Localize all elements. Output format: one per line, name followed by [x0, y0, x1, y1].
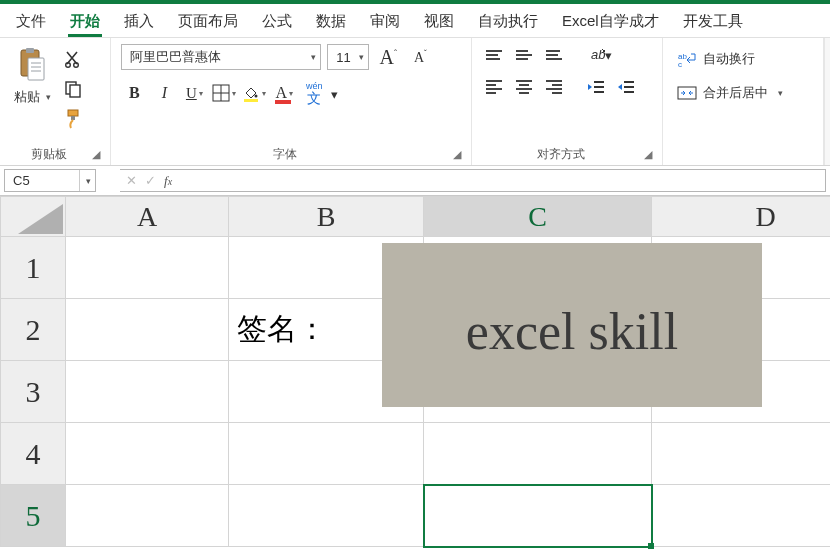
tab-developer[interactable]: 开发工具	[671, 6, 755, 37]
tab-insert[interactable]: 插入	[112, 6, 166, 37]
cell-C4[interactable]	[424, 423, 652, 485]
cell-A2[interactable]	[66, 299, 229, 361]
cell-B4[interactable]	[228, 423, 423, 485]
tab-view[interactable]: 视图	[412, 6, 466, 37]
tab-file[interactable]: 文件	[4, 6, 58, 37]
borders-button[interactable]: ▾	[211, 80, 237, 106]
increase-font-button[interactable]: Aˆ	[375, 44, 401, 70]
group-wrap-merge: abc 自动换行 合并后居中 ▾	[663, 38, 824, 165]
increase-indent-button[interactable]	[614, 76, 638, 98]
align-center-button[interactable]	[512, 76, 536, 98]
fill-color-button[interactable]: ▾	[241, 80, 267, 106]
paste-button[interactable]: 粘贴▾	[10, 46, 54, 106]
svg-rect-11	[71, 116, 75, 120]
cell-D4[interactable]	[652, 423, 830, 485]
cell-C5[interactable]	[424, 485, 652, 547]
svg-rect-10	[68, 110, 78, 116]
cell-D5[interactable]	[652, 485, 830, 547]
svg-rect-16	[244, 99, 258, 102]
font-size-select[interactable]: 11▾	[327, 44, 369, 70]
svg-text:c: c	[678, 60, 682, 68]
paste-label: 粘贴	[14, 88, 40, 106]
col-header-B[interactable]: B	[228, 197, 423, 237]
chevron-down-icon: ▾	[199, 89, 203, 98]
align-bottom-button[interactable]	[542, 44, 566, 66]
align-right-button[interactable]	[542, 76, 566, 98]
align-top-button[interactable]	[482, 44, 506, 66]
tab-custom-excel[interactable]: Excel自学成才	[550, 6, 671, 37]
ribbon-overflow	[824, 38, 830, 165]
align-left-button[interactable]	[482, 76, 506, 98]
cell-A1[interactable]	[66, 237, 229, 299]
row-header-5[interactable]: 5	[1, 485, 66, 547]
merge-center-icon	[677, 83, 697, 103]
align-center-icon	[516, 80, 532, 94]
cell-A3[interactable]	[66, 361, 229, 423]
italic-button[interactable]: I	[151, 80, 177, 106]
font-name-value: 阿里巴巴普惠体	[130, 48, 221, 66]
row-header-2[interactable]: 2	[1, 299, 66, 361]
align-right-icon	[546, 80, 562, 94]
font-name-select[interactable]: 阿里巴巴普惠体▾	[121, 44, 321, 70]
svg-rect-9	[70, 85, 80, 97]
format-painter-button[interactable]	[62, 108, 84, 130]
tab-review[interactable]: 审阅	[358, 6, 412, 37]
tab-formulas[interactable]: 公式	[250, 6, 304, 37]
underline-button[interactable]: U▾	[181, 80, 207, 106]
cell-A4[interactable]	[66, 423, 229, 485]
cell-A5[interactable]	[66, 485, 229, 547]
font-color-button[interactable]: A ▾	[271, 80, 297, 106]
align-middle-button[interactable]	[512, 44, 536, 66]
tab-page-layout[interactable]: 页面布局	[166, 6, 250, 37]
select-all-corner[interactable]	[1, 197, 66, 237]
borders-icon	[212, 84, 230, 102]
formula-bar: C5 ▾ ✕ ✓ fx	[0, 166, 830, 196]
group-clipboard-label: 剪贴板	[10, 146, 88, 163]
tab-data[interactable]: 数据	[304, 6, 358, 37]
bold-button[interactable]: B	[121, 80, 147, 106]
cancel-formula-button[interactable]: ✕	[126, 173, 137, 188]
row-header-4[interactable]: 4	[1, 423, 66, 485]
svg-rect-17	[275, 100, 291, 104]
bold-icon: B	[129, 84, 140, 102]
svg-point-15	[255, 95, 258, 98]
dialog-launcher-icon[interactable]: ◢	[88, 148, 100, 161]
wrap-text-icon: abc	[677, 49, 697, 69]
decrease-indent-button[interactable]	[584, 76, 608, 98]
enter-formula-button[interactable]: ✓	[145, 173, 156, 188]
orientation-icon: ab	[588, 45, 605, 65]
tab-automate[interactable]: 自动执行	[466, 6, 550, 37]
group-alignment: ab▾ 对齐方式◢	[472, 38, 663, 165]
row-header-1[interactable]: 1	[1, 237, 66, 299]
col-header-A[interactable]: A	[66, 197, 229, 237]
cell-B5[interactable]	[228, 485, 423, 547]
increase-font-icon: Aˆ	[380, 46, 397, 69]
chevron-down-icon: ▾	[262, 89, 266, 98]
col-header-D[interactable]: D	[652, 197, 830, 237]
decrease-font-button[interactable]: Aˇ	[407, 44, 433, 70]
merge-center-label: 合并后居中	[703, 84, 768, 102]
tab-home[interactable]: 开始	[58, 6, 112, 37]
insert-function-button[interactable]: fx	[164, 173, 172, 189]
phonetic-guide-button[interactable]: wén 文	[301, 80, 327, 106]
formula-input[interactable]	[178, 169, 826, 192]
col-header-C[interactable]: C	[424, 197, 652, 237]
underline-icon: U	[186, 85, 197, 102]
cut-button[interactable]	[62, 48, 84, 70]
copy-button[interactable]	[62, 78, 84, 100]
name-box[interactable]: C5 ▾	[4, 169, 96, 192]
merge-center-button[interactable]: 合并后居中 ▾	[673, 80, 787, 106]
chevron-down-icon: ▾	[232, 89, 236, 98]
worksheet-grid[interactable]: A B C D 1 2 签名： 3	[0, 196, 830, 556]
italic-icon: I	[162, 84, 167, 102]
dialog-launcher-icon[interactable]: ◢	[449, 148, 461, 161]
align-top-icon	[486, 50, 502, 60]
chevron-down-icon[interactable]: ▾	[331, 87, 338, 102]
orientation-button[interactable]: ab▾	[588, 44, 612, 66]
dialog-launcher-icon[interactable]: ◢	[640, 148, 652, 161]
paste-icon	[16, 46, 48, 86]
chevron-down-icon: ▾	[311, 52, 316, 62]
row-header-3[interactable]: 3	[1, 361, 66, 423]
signature-image[interactable]: excel skill	[382, 243, 762, 407]
wrap-text-button[interactable]: abc 自动换行	[673, 46, 759, 72]
